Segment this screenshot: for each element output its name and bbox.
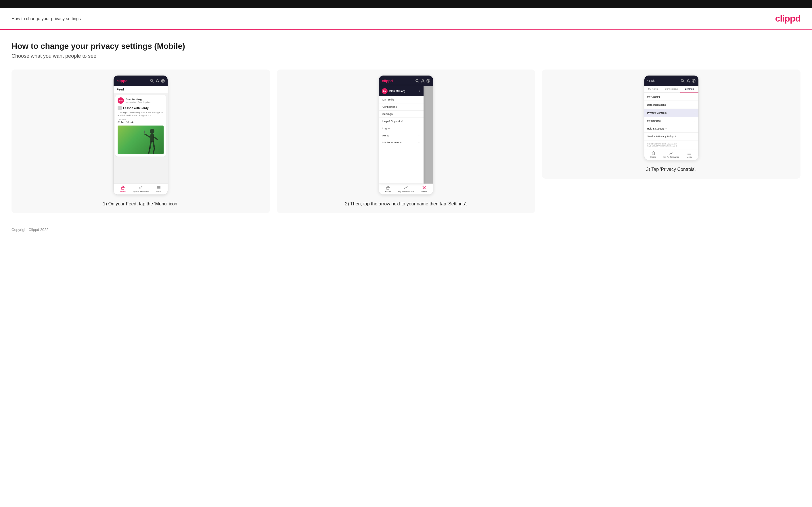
- performance-icon-3: [669, 151, 673, 155]
- tab-connections[interactable]: Connections: [662, 86, 680, 93]
- menu-user-row: BM Blair McHarg ∧: [379, 86, 423, 96]
- svg-line-7: [145, 134, 150, 137]
- feed-post: BM Blair McHarg Yesterday · Sunningdale …: [115, 95, 166, 157]
- steps-container: clippd Feed BM Blair McHarg: [11, 69, 801, 213]
- feed-lesson-title: Lesson with Fordy: [123, 107, 148, 110]
- user-icon-2: [421, 79, 425, 83]
- menu-item-help[interactable]: Help & Support ↗: [379, 118, 423, 125]
- chevron-down-icon: ⌄: [418, 134, 420, 137]
- svg-rect-23: [387, 187, 389, 189]
- feed-avatar: BM: [117, 97, 124, 104]
- step-1-phone-icons: [150, 79, 165, 83]
- settings-item-help[interactable]: Help & Support ↗: [644, 125, 699, 133]
- menu-avatar: BM: [382, 88, 388, 94]
- feed-user-row: BM Blair McHarg Yesterday · Sunningdale: [117, 97, 164, 104]
- feed-duration-label: Duration: [117, 118, 164, 121]
- home-icon: [121, 185, 125, 189]
- performance-icon: [139, 185, 143, 189]
- step-2-phone: clippd: [379, 75, 433, 195]
- svg-line-12: [153, 149, 154, 154]
- settings-list: My Account › Data Integrations › Privacy…: [644, 93, 699, 140]
- nav-home-3: Home: [644, 151, 662, 158]
- tab-settings[interactable]: Settings: [680, 86, 699, 93]
- chevron-right-icon: ›: [695, 95, 695, 98]
- settings-item-privacy-controls-label: Privacy Controls: [647, 111, 667, 114]
- step-1-phone-logo: clippd: [116, 79, 128, 83]
- menu-item-logout[interactable]: Logout: [379, 125, 423, 132]
- settings-icon-3: [692, 79, 696, 83]
- step-2-bottom-nav: Home My Performance Menu: [379, 183, 433, 194]
- page-subheading: Choose what you want people to see: [11, 53, 801, 59]
- header-title: How to change your privacy settings: [11, 16, 81, 21]
- step-1-caption: 1) On your Feed, tap the 'Menu' icon.: [103, 201, 179, 208]
- logo: clippd: [775, 13, 801, 24]
- svg-point-18: [416, 79, 418, 81]
- step-3-bottom-nav: Home My Performance Menu: [644, 149, 699, 160]
- lesson-icon: [117, 106, 121, 110]
- chevron-right-icon-2: ›: [695, 103, 695, 106]
- settings-item-my-account[interactable]: My Account ›: [644, 93, 699, 101]
- nav-home-label-2: Home: [385, 190, 391, 193]
- menu-section-performance-label: My Performance: [383, 141, 401, 144]
- svg-point-20: [422, 79, 423, 81]
- svg-point-5: [150, 129, 154, 134]
- svg-line-9: [150, 142, 151, 149]
- page-heading: How to change your privacy settings (Mob…: [11, 42, 801, 51]
- footer: Copyright Clippd 2022: [0, 219, 812, 240]
- nav-menu-3: Menu: [680, 151, 699, 158]
- menu-section-home[interactable]: Home ⌄: [379, 132, 423, 139]
- svg-point-0: [150, 79, 153, 81]
- menu-item-connections[interactable]: Connections: [379, 103, 423, 111]
- step-3-card: ‹ Back My Profile Connections Settings: [542, 69, 801, 179]
- menu-user-left: BM Blair McHarg: [382, 88, 405, 94]
- feed-lesson-desc: Looking to feel like my hands are exitin…: [117, 111, 164, 117]
- settings-item-data-integrations-label: Data Integrations: [647, 103, 666, 106]
- back-button[interactable]: ‹ Back: [647, 79, 655, 82]
- step-2-caption: 2) Then, tap the arrow next to your name…: [345, 201, 467, 208]
- step-1-phone: clippd Feed BM Blair McHarg: [113, 75, 168, 195]
- header: How to change your privacy settings clip…: [0, 8, 812, 29]
- feed-duration-value: 01 hr : 30 min: [117, 121, 164, 124]
- feed-tab: Feed: [113, 86, 168, 93]
- step-2-phone-body: BM Blair McHarg ∧ My Profile Connections…: [379, 86, 433, 183]
- home-icon-2: [386, 185, 390, 189]
- home-icon-3: [651, 151, 655, 155]
- nav-performance-label-2: My Performance: [398, 190, 414, 193]
- step-3-caption: 3) Tap 'Privacy Controls'.: [646, 166, 697, 173]
- step-2-phone-icons: [415, 79, 430, 83]
- settings-item-service-privacy-label: Service & Privacy Policy ↗: [647, 135, 676, 138]
- menu-item-my-profile[interactable]: My Profile: [379, 96, 423, 103]
- nav-menu-label: Menu: [156, 190, 162, 193]
- chevron-right-icon-3: ›: [695, 111, 695, 114]
- client-version: Clippd Client Version: 2022.8.3-3: [647, 143, 696, 145]
- menu-overlay: [423, 86, 433, 183]
- nav-performance-3: My Performance: [662, 151, 680, 158]
- settings-version-info: Clippd Client Version: 2022.8.3-3 GQL Se…: [644, 140, 699, 149]
- search-icon: [150, 79, 154, 83]
- svg-rect-31: [652, 153, 654, 155]
- settings-item-service-privacy[interactable]: Service & Privacy Policy ↗: [644, 133, 699, 140]
- golfer-silhouette: [144, 128, 161, 154]
- performance-icon-2: [404, 185, 408, 189]
- step-1-phone-body: Feed BM Blair McHarg Yesterday · Sunning…: [113, 86, 168, 183]
- svg-point-2: [157, 79, 158, 81]
- tab-my-profile[interactable]: My Profile: [644, 86, 662, 93]
- svg-line-1: [153, 81, 154, 82]
- settings-item-privacy-controls[interactable]: Privacy Controls ›: [644, 109, 699, 117]
- nav-performance: My Performance: [132, 185, 150, 193]
- svg-point-3: [162, 80, 164, 81]
- user-icon-3: [687, 79, 690, 83]
- svg-rect-6: [150, 134, 154, 142]
- close-icon: [422, 185, 426, 189]
- menu-icon: [157, 185, 161, 189]
- menu-item-settings[interactable]: Settings: [379, 111, 423, 118]
- settings-item-data-integrations[interactable]: Data Integrations ›: [644, 101, 699, 109]
- svg-line-27: [683, 81, 684, 82]
- settings-item-help-label: Help & Support ↗: [647, 127, 667, 130]
- step-1-card: clippd Feed BM Blair McHarg: [11, 69, 270, 213]
- svg-line-11: [149, 149, 150, 154]
- menu-user-name: Blair McHarg: [389, 90, 405, 93]
- menu-chevron-up-icon: ∧: [419, 90, 421, 93]
- menu-section-performance[interactable]: My Performance ⌄: [379, 139, 423, 146]
- settings-item-golf-bag[interactable]: My Golf Bag ›: [644, 117, 699, 125]
